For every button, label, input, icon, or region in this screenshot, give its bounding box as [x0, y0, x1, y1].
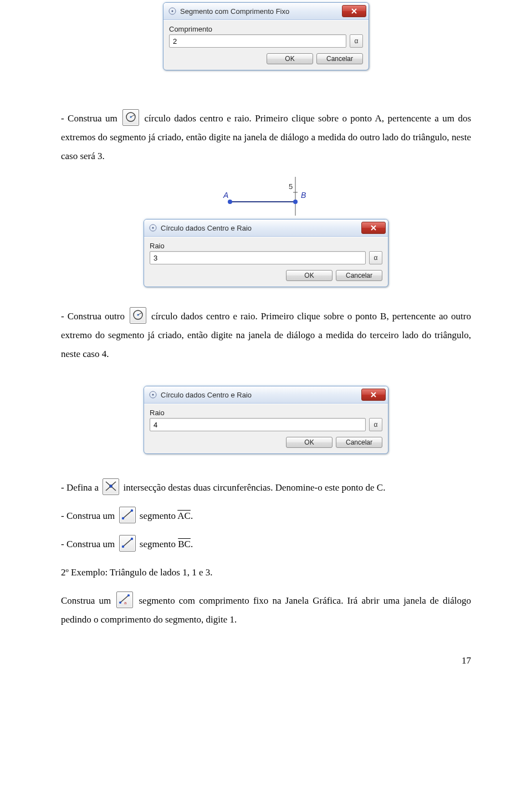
alpha-button[interactable]: α [350, 34, 363, 48]
dialog-circle-4: Círculo dados Centro e Raio Raio α OK Ca… [144, 386, 388, 454]
svg-point-8 [228, 200, 232, 204]
close-icon [351, 8, 357, 14]
circle-tool-icon [122, 109, 139, 126]
intersect-tool-icon [103, 478, 119, 495]
paragraph-3: - Defina a intersecção destas duas circu… [61, 478, 471, 497]
paragraph-4: - Construa um segmento AC. [61, 507, 471, 526]
segment-tool-icon [119, 507, 136, 523]
svg-point-30 [127, 594, 130, 596]
dialog-body: Comprimento α OK Cancelar [163, 20, 369, 70]
dialog-circle-3: Círculo dados Centro e Raio Raio α OK Ca… [144, 219, 388, 287]
text: . [191, 511, 193, 521]
field-label: Raio [150, 242, 382, 250]
svg-line-22 [123, 511, 132, 518]
text: - Construa um [61, 539, 117, 549]
svg-point-21 [110, 485, 112, 488]
close-icon [371, 392, 376, 397]
dialog-body: Raio α OK Cancelar [144, 237, 388, 287]
app-icon [149, 223, 157, 232]
app-icon [168, 7, 177, 16]
dialog-title: Segmento com Comprimento Fixo [180, 7, 339, 16]
svg-point-29 [119, 601, 121, 604]
paragraph-2: - Construa outro círculo dados centro e … [61, 307, 471, 364]
svg-text:A: A [223, 191, 228, 200]
text: segmento [140, 511, 177, 521]
segment-name: BC [178, 539, 191, 549]
text: - Construa um [61, 113, 121, 124]
ok-button[interactable]: OK [286, 270, 332, 281]
svg-point-13 [152, 227, 154, 229]
field-label: Raio [150, 409, 382, 417]
close-button[interactable] [361, 389, 386, 401]
text: intersecção destas duas circunferências.… [123, 482, 385, 493]
titlebar: Segmento com Comprimento Fixo [163, 3, 369, 20]
length-input[interactable] [169, 34, 346, 48]
ok-button[interactable]: OK [286, 437, 332, 448]
ok-button[interactable]: OK [267, 53, 313, 64]
paragraph-5: - Construa um segmento BC. [61, 535, 471, 554]
segment-fixed-tool-icon: a [116, 591, 133, 608]
text: - Construa um [61, 511, 117, 521]
svg-point-9 [293, 200, 298, 204]
svg-point-24 [130, 509, 132, 512]
text: - Defina a [61, 482, 101, 493]
svg-text:a: a [124, 600, 127, 605]
svg-text:B: B [301, 191, 306, 200]
svg-line-25 [123, 539, 132, 547]
titlebar: Círculo dados Centro e Raio [144, 386, 388, 404]
cancel-button[interactable]: Cancelar [336, 270, 382, 281]
cancel-button[interactable]: Cancelar [316, 53, 363, 64]
app-icon [149, 390, 157, 399]
close-button[interactable] [342, 5, 366, 17]
text: segmento [140, 539, 178, 549]
svg-point-23 [121, 517, 124, 519]
cancel-button[interactable]: Cancelar [336, 437, 382, 448]
segment-name: AC [177, 511, 191, 521]
text: - Construa outro [61, 311, 128, 322]
alpha-button[interactable]: α [369, 251, 382, 264]
close-icon [371, 225, 376, 231]
svg-point-26 [121, 545, 124, 548]
paragraph-1: - Construa um círculo dados centro e rai… [61, 109, 471, 166]
paragraph-7: Construa um a segmento com comprimento f… [61, 591, 471, 629]
titlebar: Círculo dados Centro e Raio [144, 220, 388, 237]
dialog-body: Raio α OK Cancelar [144, 404, 388, 453]
svg-point-1 [172, 11, 173, 12]
radius-input[interactable] [150, 251, 366, 264]
svg-line-16 [138, 313, 142, 315]
svg-line-4 [131, 115, 135, 117]
segment-tool-icon [119, 535, 136, 552]
close-button[interactable] [361, 222, 386, 234]
svg-point-27 [130, 538, 132, 540]
dialog-title: Círculo dados Centro e Raio [161, 391, 358, 399]
field-label: Comprimento [169, 25, 363, 33]
page-number: 17 [61, 651, 471, 670]
dialog-title: Círculo dados Centro e Raio [161, 224, 358, 232]
paragraph-6: 2º Exemplo: Triângulo de lados 1, 1 e 3. [61, 563, 471, 582]
alpha-button[interactable]: α [369, 418, 382, 431]
tick-label: 5 [289, 182, 293, 191]
text: Construa um [61, 595, 115, 606]
figure-segment-ab: 5 A B [61, 177, 471, 216]
dialog-segment: Segmento com Comprimento Fixo Compriment… [163, 2, 369, 70]
svg-point-18 [152, 394, 154, 396]
radius-input[interactable] [150, 418, 366, 431]
circle-tool-icon [130, 307, 146, 324]
text: . [191, 539, 193, 549]
